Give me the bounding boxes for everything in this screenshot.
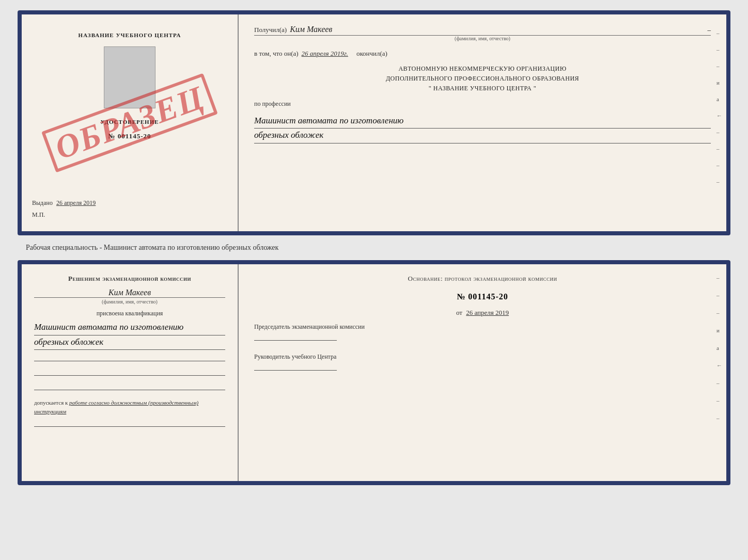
vydano-date: 26 апреля 2019	[56, 199, 96, 206]
predsedatel-block: Председатель экзаменационной комиссии	[254, 322, 711, 341]
udostoverenie-label: УДОСТОВЕРЕНИЕ	[100, 119, 159, 125]
sign-line-1	[34, 354, 225, 361]
uchebny-center-top-label: НАЗВАНИЕ УЧЕБНОГО ЦЕНТРА	[79, 32, 181, 38]
org-line1: АВТОНОМНУЮ НЕКОММЕРЧЕСКУЮ ОРГАНИЗАЦИЮ	[254, 64, 711, 74]
vtom-label: в том, что он(а)	[254, 50, 299, 58]
org-block: АВТОНОМНУЮ НЕКОММЕРЧЕСКУЮ ОРГАНИЗАЦИЮ ДО…	[254, 64, 711, 94]
kval-line1: Машинист автомата по изготовлению	[34, 321, 225, 335]
protocol-number: № 001145-20	[254, 292, 711, 301]
fio-bottom-label: (фамилия, имя, отчество)	[34, 297, 225, 305]
top-document-card: НАЗВАНИЕ УЧЕБНОГО ЦЕНТРА УДОСТОВЕРЕНИЕ №…	[18, 10, 730, 235]
top-card-left: НАЗВАНИЕ УЧЕБНОГО ЦЕНТРА УДОСТОВЕРЕНИЕ №…	[22, 14, 239, 231]
po-professii-label: по профессии	[254, 100, 711, 108]
ot-date: 26 апреля 2019	[466, 309, 509, 316]
vydano-row: Выдано 26 апреля 2019	[32, 189, 227, 207]
resheniyem-label: Решением экзаменационной комиссии	[68, 275, 191, 283]
fio-label-top: (фамилия, имя, отчество)	[254, 36, 711, 41]
udostoverenie-number: № 001145-20	[108, 132, 151, 140]
sign-line-bottom	[34, 420, 225, 427]
sign-line-2	[34, 369, 225, 376]
vtom-row: в том, что он(а) 26 апреля 2019г. окончи…	[254, 50, 711, 58]
rukovoditel-sign	[254, 363, 337, 371]
org-line3: " НАЗВАНИЕ УЧЕБНОГО ЦЕНТРА "	[254, 84, 711, 93]
photo-placeholder	[104, 46, 155, 108]
vydano-label: Выдано	[32, 199, 53, 206]
professiya-block: Машинист автомата по изготовлению обрезн…	[254, 114, 711, 143]
ot-label: от	[456, 309, 462, 316]
poluchil-name: Ким Макеев	[290, 25, 332, 34]
ot-date-row: от 26 апреля 2019	[254, 309, 711, 317]
osnovanie-label: Основание: протокол экзаменационной коми…	[254, 275, 711, 283]
bottom-card-right: Основание: протокол экзаменационной коми…	[239, 264, 726, 481]
prisvoena-label: присвоена квалификация	[97, 310, 163, 317]
dopuskaetsya-block: допускается к работе согласно должностны…	[34, 398, 225, 415]
top-card-right: Получил(a) Ким Макеев – (фамилия, имя, о…	[239, 14, 726, 231]
rukovoditel-label: Руководитель учебного Центра	[254, 352, 711, 361]
bottom-name: Ким Макеев	[34, 288, 225, 297]
right-dashes: – – – и а ← – – – –	[716, 30, 722, 185]
rukovoditel-block: Руководитель учебного Центра	[254, 352, 711, 371]
vtom-date: 26 апреля 2019г.	[302, 50, 348, 58]
org-line2: ДОПОЛНИТЕЛЬНОГО ПРОФЕССИОНАЛЬНОГО ОБРАЗО…	[254, 74, 711, 84]
sign-line-3	[34, 383, 225, 390]
right-dashes-bottom: – – – и а ← – – –	[716, 275, 722, 421]
professiya-line1: Машинист автомата по изготовлению	[254, 114, 711, 129]
mp-label: М.П.	[32, 211, 227, 219]
predsedatel-sign	[254, 333, 337, 341]
predsedatel-label: Председатель экзаменационной комиссии	[254, 322, 711, 331]
bottom-card-left: Решением экзаменационной комиссии Ким Ма…	[22, 264, 239, 481]
professiya-line2: обрезных обложек	[254, 129, 711, 143]
dopuskaetsya-label: допускается к	[34, 399, 68, 406]
okonchil-label: окончил(а)	[356, 50, 387, 58]
poluchil-label: Получил(a)	[254, 26, 287, 34]
specialty-text: Рабочая специальность - Машинист автомат…	[10, 244, 278, 252]
bottom-document-card: Решением экзаменационной комиссии Ким Ма…	[18, 260, 730, 485]
kval-line2: обрезных обложек	[34, 335, 225, 350]
